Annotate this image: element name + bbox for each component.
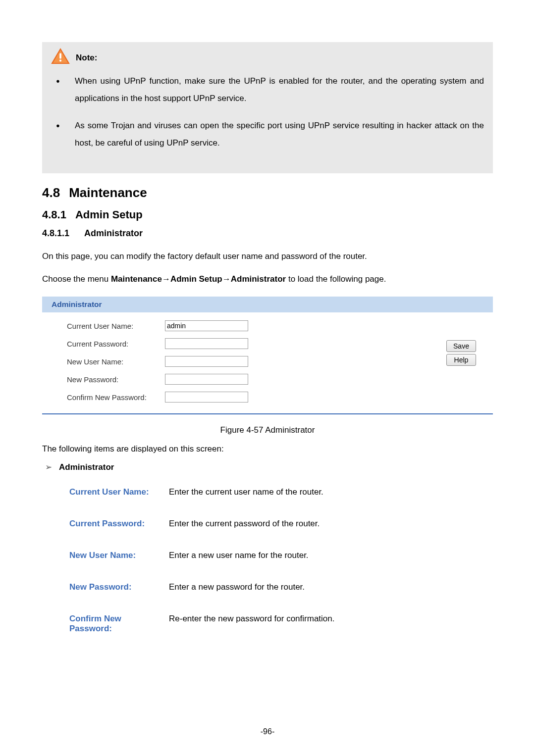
h2-text: Admin Setup bbox=[75, 208, 143, 221]
menu-path-suf: to load the following page. bbox=[286, 274, 386, 284]
new-password-label: New Password: bbox=[67, 375, 165, 384]
new-password-input[interactable] bbox=[165, 374, 248, 385]
def-desc-new-user-name: Enter a new user name for the router. bbox=[169, 551, 493, 560]
menu-path-pre: Choose the menu bbox=[42, 274, 111, 284]
current-user-name-input[interactable] bbox=[165, 320, 248, 331]
save-button[interactable]: Save bbox=[446, 340, 476, 352]
h3-text: Administrator bbox=[84, 228, 143, 238]
sub-heading-text: Administrator bbox=[59, 462, 114, 472]
def-label-current-password: Current Password: bbox=[69, 519, 166, 529]
def-desc-confirm-new-password: Re-enter the new password for confirmati… bbox=[169, 614, 493, 634]
action-buttons: Save Help bbox=[446, 340, 476, 366]
def-desc-current-user-name: Enter the current user name of the route… bbox=[169, 487, 493, 497]
new-user-name-input[interactable] bbox=[165, 356, 248, 367]
note-item-2: As some Trojan and viruses can open the … bbox=[56, 117, 484, 152]
menu-path-bold: Maintenance→Admin Setup→Administrator bbox=[111, 274, 286, 284]
form-grid: Current User Name: Current Password: New… bbox=[67, 320, 249, 403]
panel-title: Administrator bbox=[42, 297, 493, 312]
confirm-new-password-input[interactable] bbox=[165, 392, 248, 403]
paragraph-description: On this page, you can modify the factory… bbox=[42, 249, 493, 264]
h1-text: Maintenance bbox=[69, 185, 147, 200]
paragraph-menu-path: Choose the menu Maintenance→Admin Setup→… bbox=[42, 271, 493, 287]
definition-table: Current User Name: Enter the current use… bbox=[69, 487, 493, 634]
note-list: When using UPnP function, make sure the … bbox=[51, 73, 484, 151]
def-label-current-user-name: Current User Name: bbox=[69, 487, 166, 497]
triangle-bullet-icon: ➢ bbox=[45, 462, 52, 472]
current-password-input[interactable] bbox=[165, 338, 248, 349]
note-label: Note: bbox=[76, 53, 97, 63]
new-user-name-label: New User Name: bbox=[67, 357, 165, 366]
h3-number: 4.8.1.1 bbox=[42, 228, 69, 239]
help-button[interactable]: Help bbox=[446, 354, 476, 366]
warning-icon bbox=[51, 48, 70, 64]
current-password-label: Current Password: bbox=[67, 340, 165, 348]
def-label-new-password: New Password: bbox=[69, 582, 166, 592]
confirm-new-password-label: Confirm New Password: bbox=[67, 393, 165, 402]
def-label-confirm-new-password: Confirm New Password: bbox=[69, 614, 166, 634]
note-box: Note: When using UPnP function, make sur… bbox=[42, 42, 493, 173]
subsection-heading-admin-setup: 4.8.1Admin Setup bbox=[42, 208, 493, 221]
figure-caption: Figure 4-57 Administrator bbox=[42, 425, 493, 435]
page-number: -96- bbox=[0, 727, 535, 736]
def-desc-current-password: Enter the current password of the router… bbox=[169, 519, 493, 529]
svg-rect-2 bbox=[59, 53, 61, 58]
def-desc-new-password: Enter a new password for the router. bbox=[169, 582, 493, 592]
sublist-heading: ➢ Administrator bbox=[42, 462, 493, 472]
note-header: Note: bbox=[51, 48, 484, 64]
note-item-1: When using UPnP function, make sure the … bbox=[56, 73, 484, 107]
h1-number: 4.8 bbox=[42, 185, 60, 201]
h2-number: 4.8.1 bbox=[42, 208, 66, 221]
items-intro: The following items are displayed on thi… bbox=[42, 444, 493, 454]
current-user-name-label: Current User Name: bbox=[67, 322, 165, 330]
def-label-new-user-name: New User Name: bbox=[69, 551, 166, 560]
section-heading-maintenance: 4.8Maintenance bbox=[42, 185, 493, 201]
svg-point-3 bbox=[59, 59, 61, 61]
subsubsection-heading-administrator: 4.8.1.1Administrator bbox=[42, 228, 493, 239]
panel-body: Current User Name: Current Password: New… bbox=[42, 312, 493, 413]
administrator-panel: Administrator Current User Name: Current… bbox=[42, 297, 493, 414]
